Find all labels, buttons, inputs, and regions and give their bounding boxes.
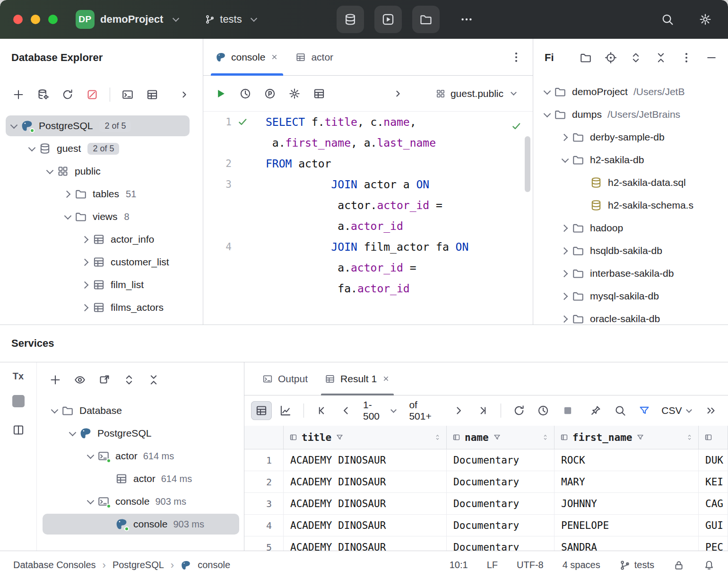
grid-cell[interactable]: ROCK [555,449,699,471]
vcs-branch-widget[interactable]: tests [205,12,260,26]
tree-item-interbase-sakila-db[interactable]: interbase-sakila-db [533,262,728,285]
tree-item-mysql-sakila-db[interactable]: mysql-sakila-db [533,285,728,307]
pin-tab-button[interactable] [586,401,607,420]
column-header-first-name[interactable]: first_name [555,426,699,449]
schema-selector[interactable]: guest.public [435,88,519,99]
window-minimize-button[interactable] [31,15,40,24]
row-number[interactable]: 5 [244,536,284,551]
reload-page-button[interactable] [509,401,529,420]
grid-cell[interactable]: DUK [699,449,728,471]
previous-page-button[interactable] [336,401,357,420]
color-square-icon[interactable] [12,395,25,407]
chevron-down-icon[interactable] [7,119,21,133]
settings-button[interactable] [699,13,712,26]
run-configurations-button[interactable] [374,6,402,33]
tree-item-actor-session[interactable]: actor 614 ms [37,445,244,467]
project-widget[interactable]: DP demoProject [76,10,183,29]
chevron-down-icon[interactable] [83,494,97,509]
window-zoom-button[interactable] [48,15,58,24]
chevron-down-icon[interactable] [540,85,554,99]
sort-icon[interactable] [541,433,549,441]
expand-all-button[interactable] [118,370,140,389]
row-number[interactable]: 2 [244,471,284,492]
toolbar-overflow-button[interactable] [173,85,195,104]
chevron-right-icon[interactable] [61,187,75,201]
grid-cell[interactable]: Documentary [447,515,555,536]
chevron-down-icon[interactable] [25,141,39,156]
grid-cell[interactable]: PEC [699,536,728,551]
tree-item-public[interactable]: public [0,160,203,183]
project-files-button[interactable] [412,6,440,33]
tree-item-console[interactable]: console 903 ms [37,513,244,535]
console-settings-button[interactable] [284,84,305,103]
grid-cell[interactable]: MARY [555,471,699,492]
expand-all-button[interactable] [630,48,642,67]
sort-icon[interactable] [685,433,693,441]
grid-cell[interactable]: Documentary [447,471,555,492]
grid-corner[interactable] [244,426,284,449]
inspection-status-check-icon[interactable] [511,117,521,138]
editor-scrollbar[interactable] [525,136,530,192]
new-table-button[interactable] [141,85,163,104]
grid-cell[interactable]: Documentary [447,536,555,551]
column-filter-icon[interactable] [636,433,644,441]
code-line[interactable]: 1 SELECT f.title, c.name, [203,112,533,132]
code-line[interactable]: fa.actor_id [203,278,533,299]
collapse-all-button[interactable] [655,48,667,67]
more-actions-button[interactable] [453,6,480,33]
first-page-button[interactable] [312,401,332,420]
chevron-right-icon[interactable] [78,300,93,315]
grid-cell[interactable]: PENELOPE [555,515,699,536]
grid-cell[interactable]: GUI [699,515,728,536]
close-icon[interactable] [382,375,390,383]
bell-icon[interactable] [703,560,715,571]
code-editor[interactable]: 1 SELECT f.title, c.name, a.first_name, … [203,112,533,325]
breadcrumb-console[interactable]: console [198,560,230,570]
line-separator-widget[interactable]: LF [487,560,498,570]
tree-item-oracle-sakila-db[interactable]: oracle-sakila-db [533,307,728,325]
grid-cell[interactable]: ACADEMY DINOSAUR [284,493,447,514]
tree-item-postgresql[interactable]: PostgreSQL [37,422,244,445]
stop-button[interactable] [557,401,578,420]
tree-item-h2-sakila-db[interactable]: h2-sakila-db [533,149,728,171]
tree-item-tables[interactable]: tables 51 [0,183,203,205]
chevron-down-icon[interactable] [540,107,554,122]
grid-cell[interactable]: JOHNNY [555,493,699,514]
tree-item-hadoop[interactable]: hadoop [533,217,728,239]
grid-cell[interactable]: SANDRA [555,536,699,551]
row-number[interactable]: 3 [244,493,284,514]
close-icon[interactable] [270,53,278,61]
tree-item-films-actors[interactable]: films_actors [0,296,203,319]
find-button[interactable] [610,401,631,420]
chevron-down-icon[interactable] [65,426,79,440]
tab-options-icon[interactable] [510,51,522,63]
breadcrumb-postgresql[interactable]: PostgreSQL [113,560,164,570]
tree-item-actor-result[interactable]: actor 614 ms [37,467,244,490]
data-source-properties-button[interactable] [32,85,54,104]
cursor-position-widget[interactable]: 10:1 [450,560,468,570]
grid-cell[interactable]: ACADEMY DINOSAUR [284,515,447,536]
tree-item-h2-sakila-schema-sql[interactable]: h2-sakila-schema.s [533,194,728,217]
chevron-right-icon[interactable] [558,244,572,258]
chevron-down-icon[interactable] [61,210,75,224]
window-close-button[interactable] [13,15,23,24]
next-page-button[interactable] [448,401,469,420]
jump-to-console-button[interactable] [117,85,139,104]
query-history-button[interactable] [234,84,256,103]
tab-output[interactable]: Output [254,362,316,395]
branch-widget[interactable]: tests [619,560,654,571]
column-filter-icon[interactable] [336,433,344,441]
grid-cell[interactable]: KEI [699,471,728,492]
tree-item-dumps[interactable]: dumps /Users/JetBrains [533,103,728,126]
code-line[interactable]: 3 JOIN actor a ON [203,174,533,195]
chevron-right-icon[interactable] [558,266,572,281]
code-line[interactable]: a.actor_id = [203,257,533,278]
disconnect-button[interactable] [81,85,103,104]
export-format-selector[interactable]: CSV [659,405,697,416]
code-line[interactable]: 2 FROM actor [203,153,533,174]
grid-cell[interactable]: ACADEMY DINOSAUR [284,471,447,492]
tree-item-console-session[interactable]: console 903 ms [37,490,244,513]
chevron-right-icon[interactable] [78,255,93,269]
tree-item-film-list[interactable]: film_list [0,273,203,296]
encoding-widget[interactable]: UTF-8 [517,560,544,570]
